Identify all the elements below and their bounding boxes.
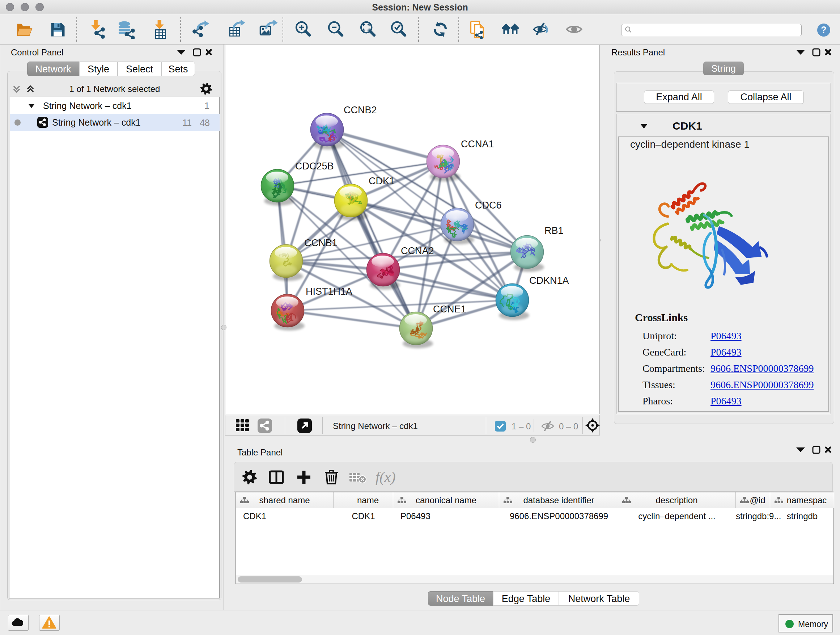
svg-text:CDC6: CDC6 (475, 200, 502, 211)
svg-text:CCNA2: CCNA2 (401, 245, 434, 256)
svg-text:CCNB1: CCNB1 (304, 238, 338, 249)
svg-text:CDC25B: CDC25B (295, 161, 334, 172)
svg-text:HIST1H1A: HIST1H1A (306, 286, 352, 297)
svg-text:CDKN1A: CDKN1A (529, 275, 569, 286)
svg-text:CDK1: CDK1 (369, 176, 395, 187)
svg-text:CCNB2: CCNB2 (344, 105, 377, 116)
svg-text:CCNA1: CCNA1 (461, 139, 494, 149)
svg-text:RB1: RB1 (545, 225, 564, 236)
svg-text:CCNE1: CCNE1 (433, 304, 466, 315)
svg-text:?: ? (821, 25, 826, 35)
